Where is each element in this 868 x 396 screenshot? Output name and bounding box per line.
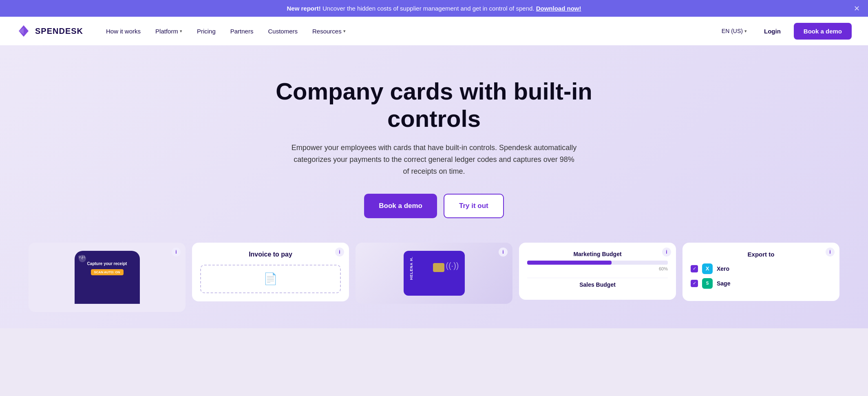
phone-status: 9:41 <box>79 255 86 259</box>
nav-book-demo-button[interactable]: Book a demo <box>794 23 852 40</box>
feature-cards-row: i ‹ 9:41 Capture your receipt SCAN AUTO:… <box>16 243 852 312</box>
login-button[interactable]: Login <box>758 24 787 38</box>
export-feature-card: i Export to ✓ X Xero ✓ S Sage <box>682 243 839 301</box>
card-info-icon-3[interactable]: i <box>499 248 508 257</box>
nav-item-resources[interactable]: Resources ▾ <box>306 24 352 38</box>
phone-feature-card: i ‹ 9:41 Capture your receipt SCAN AUTO:… <box>29 243 186 312</box>
sales-budget-label: Sales Budget <box>527 281 668 288</box>
nav-links: How it works Platform ▾ Pricing Partners… <box>99 24 718 38</box>
card-info-icon-2[interactable]: i <box>335 248 344 257</box>
banner-text: New report! Uncover the hidden costs of … <box>287 5 581 12</box>
sage-check-icon: ✓ <box>691 280 698 287</box>
main-navbar: SPENDESK How it works Platform ▾ Pricing… <box>0 17 868 45</box>
chip-icon <box>433 263 444 272</box>
card-info-icon-5[interactable]: i <box>826 248 835 257</box>
invoice-upload-icon: 📄 <box>263 272 278 285</box>
hero-subtext: Empower your employees with cards that h… <box>292 142 577 177</box>
banner-bold: New report! <box>287 5 321 12</box>
invoice-title: Invoice to pay <box>200 251 341 258</box>
xero-label: Xero <box>717 265 729 272</box>
budget-divider <box>527 278 668 278</box>
platform-chevron-icon: ▾ <box>180 29 182 34</box>
hero-try-it-button[interactable]: Try it out <box>444 194 504 218</box>
nav-item-partners[interactable]: Partners <box>224 24 260 38</box>
spendesk-logo-icon <box>16 24 31 38</box>
logo-link[interactable]: SPENDESK <box>16 24 83 38</box>
sage-logo-icon: S <box>702 278 713 289</box>
marketing-budget-label: Marketing Budget <box>527 251 668 257</box>
invoice-drop-zone: 📄 <box>200 265 341 293</box>
hero-section: Company cards with built-in controls Emp… <box>0 45 868 328</box>
xero-export-item: ✓ X Xero <box>691 263 831 274</box>
hero-heading: Company cards with built-in controls <box>275 78 593 132</box>
hero-book-demo-button[interactable]: Book a demo <box>364 194 437 218</box>
nav-item-how-it-works[interactable]: How it works <box>99 24 147 38</box>
scan-auto-badge: SCAN AUTO: ON <box>91 269 124 275</box>
invoice-feature-card: i Invoice to pay 📄 <box>192 243 349 301</box>
card-info-icon-1[interactable]: i <box>172 248 181 257</box>
lang-chevron-icon: ▾ <box>744 29 747 34</box>
card-holder-name: HELENA H. <box>409 257 413 280</box>
nav-right: EN (US) ▾ Login Book a demo <box>718 23 852 40</box>
sage-export-item: ✓ S Sage <box>691 278 831 289</box>
marketing-progress-bar-bg <box>527 261 668 265</box>
announcement-banner: New report! Uncover the hidden costs of … <box>0 0 868 17</box>
resources-chevron-icon: ▾ <box>343 29 346 34</box>
credit-card-visual: HELENA H. ((·)) <box>404 251 465 296</box>
marketing-progress-label: 60% <box>527 266 668 271</box>
export-title: Export to <box>691 251 831 258</box>
sage-label: Sage <box>717 280 730 287</box>
banner-body: Uncover the hidden costs of supplier man… <box>321 5 536 12</box>
banner-link[interactable]: Download now! <box>536 5 581 12</box>
phone-mockup: ‹ 9:41 Capture your receipt SCAN AUTO: O… <box>75 251 140 304</box>
banner-close-button[interactable]: ✕ <box>854 4 860 13</box>
credit-card-feature-card: i HELENA H. ((·)) <box>356 243 512 304</box>
phone-capture-label: Capture your receipt <box>87 261 127 266</box>
lang-label: EN (US) <box>722 28 743 34</box>
nav-item-pricing[interactable]: Pricing <box>190 24 222 38</box>
nav-item-platform[interactable]: Platform ▾ <box>149 24 189 38</box>
contactless-icon: ((·)) <box>446 261 459 270</box>
xero-check-icon: ✓ <box>691 265 698 272</box>
marketing-progress-bar-fill <box>527 261 612 265</box>
xero-logo-icon: X <box>702 263 713 274</box>
hero-buttons: Book a demo Try it out <box>16 194 852 218</box>
budget-feature-card: i Marketing Budget 60% Sales Budget <box>519 243 676 300</box>
language-selector[interactable]: EN (US) ▾ <box>718 25 751 37</box>
nav-item-customers[interactable]: Customers <box>261 24 304 38</box>
logo-text: SPENDESK <box>35 27 83 36</box>
card-info-icon-4[interactable]: i <box>662 248 671 257</box>
